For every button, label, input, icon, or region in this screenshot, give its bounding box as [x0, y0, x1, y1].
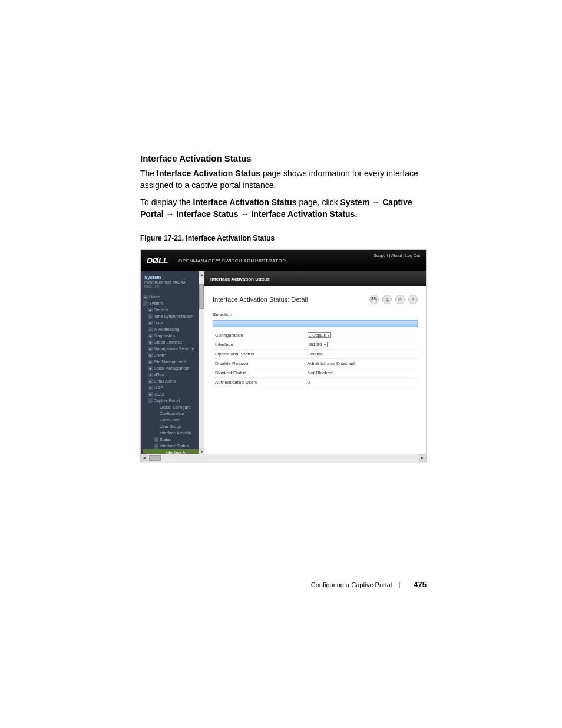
nav-label: System: [149, 301, 163, 305]
blank-icon: [154, 431, 158, 436]
header-links[interactable]: Support | About | Log Out: [373, 253, 420, 258]
nav-item[interactable]: +Stack Management: [143, 365, 204, 371]
scroll-up-icon[interactable]: ▴: [199, 271, 204, 277]
logo: DØLL: [147, 256, 168, 265]
footer-sep: |: [398, 581, 400, 588]
field-value: Disable: [305, 350, 418, 359]
refresh-icon[interactable]: ⟳: [395, 295, 405, 304]
nav-item[interactable]: +IP Addressing: [143, 326, 204, 332]
nav-item[interactable]: Interface Associa: [143, 430, 204, 436]
chevron-down-icon: ▾: [324, 342, 326, 347]
nav-item[interactable]: +File Management: [143, 358, 204, 365]
nav-item[interactable]: +General: [143, 307, 204, 313]
expand-icon[interactable]: +: [148, 321, 153, 325]
collapse-icon[interactable]: −: [143, 295, 148, 299]
scroll-down-icon[interactable]: ▾: [199, 448, 204, 454]
nav-label: Diagnostics: [154, 334, 175, 338]
blank-icon: [154, 405, 158, 410]
nav-item[interactable]: +Logs: [143, 319, 204, 326]
nav-item[interactable]: −Captive Portal: [143, 397, 204, 404]
expand-icon[interactable]: +: [148, 373, 153, 377]
nav-item[interactable]: Interface A: [143, 449, 204, 454]
page-number: 475: [414, 580, 427, 589]
field-value: 1-Default▾: [305, 331, 418, 340]
nav-item[interactable]: +sFlow: [143, 371, 204, 378]
nav-label: Stack Management: [154, 366, 189, 370]
expand-icon[interactable]: +: [148, 392, 153, 397]
nav-item[interactable]: Global Configura: [143, 404, 204, 410]
expand-icon[interactable]: +: [148, 314, 153, 319]
app-title: OPENMANAGE™ SWITCH ADMINISTRATOR: [178, 258, 286, 263]
nav-label: General: [154, 308, 168, 312]
nav-item[interactable]: +Time Synchronization: [143, 313, 204, 319]
field-label: Blocked Status: [213, 368, 305, 378]
expand-icon[interactable]: +: [148, 334, 153, 338]
scrollbar-vertical[interactable]: ▴ ▾: [199, 271, 204, 454]
sidebar-header: System PowerConnect M6348 root, r/w: [141, 271, 204, 291]
titlebar: DØLL OPENMANAGE™ SWITCH ADMINISTRATOR Su…: [141, 250, 426, 271]
screenshot: DØLL OPENMANAGE™ SWITCH ADMINISTRATOR Su…: [140, 249, 427, 462]
nav-item[interactable]: +Email Alerts: [143, 378, 204, 384]
expand-icon[interactable]: +: [148, 366, 153, 371]
nav-item[interactable]: Configuration: [143, 410, 204, 417]
nav-item[interactable]: +Management Security: [143, 345, 204, 352]
nav-item[interactable]: +iSCSI: [143, 391, 204, 397]
nav-label: Interface Associa: [160, 431, 191, 435]
nav-item[interactable]: +ISDP: [143, 384, 204, 391]
expand-icon[interactable]: +: [148, 360, 153, 364]
scroll-thumb[interactable]: [199, 284, 204, 309]
panel-title-row: Interface Activation Status: Detail 💾 ⎙ …: [213, 295, 418, 304]
nav-item[interactable]: +Green Ethernet: [143, 339, 204, 345]
selection-label: Selection: [213, 310, 418, 319]
scroll-thumb-h[interactable]: [149, 455, 161, 461]
blank-icon: [154, 418, 158, 423]
nav-label: Interface Status: [160, 444, 189, 448]
field-value: 0: [305, 378, 418, 387]
nav-item[interactable]: User Group: [143, 423, 204, 430]
detail-table: Configuration1-Default▾InterfaceGi1/0/1▾…: [213, 331, 418, 387]
expand-icon[interactable]: +: [148, 379, 153, 384]
nav-label: Green Ethernet: [154, 340, 182, 344]
expand-icon[interactable]: +: [148, 347, 153, 351]
arrow: →: [164, 209, 177, 219]
collapse-icon[interactable]: −: [154, 444, 158, 449]
nav-item[interactable]: −Interface Status: [143, 443, 204, 449]
expand-icon[interactable]: +: [148, 353, 153, 358]
text: To display the: [140, 197, 193, 207]
table-row: Blocked StatusNot Blocked: [213, 368, 418, 378]
expand-icon[interactable]: +: [148, 308, 153, 312]
dropdown[interactable]: 1-Default▾: [308, 332, 331, 338]
collapse-icon[interactable]: −: [148, 398, 153, 403]
nav-item[interactable]: +SNMP: [143, 352, 204, 358]
breadcrumb: Interface Activation Status: [204, 271, 426, 286]
nav-label: File Management: [154, 360, 186, 364]
field-label: Operational Status: [213, 350, 305, 359]
expand-icon[interactable]: +: [154, 437, 158, 442]
help-icon[interactable]: ?: [408, 295, 418, 304]
expand-icon[interactable]: +: [148, 327, 153, 332]
dropdown[interactable]: Gi1/0/1▾: [308, 342, 328, 347]
scrollbar-horizontal[interactable]: ◂ ▸: [141, 454, 426, 462]
save-icon[interactable]: 💾: [369, 295, 379, 304]
nav-item[interactable]: +Diagnostics: [143, 332, 204, 339]
section-heading: Interface Activation Status: [140, 153, 427, 163]
nav-item[interactable]: +Status: [143, 436, 204, 443]
scroll-right-icon[interactable]: ▸: [419, 454, 426, 462]
nav-label: Configuration: [160, 411, 184, 416]
panel-title: Interface Activation Status: Detail: [213, 296, 308, 303]
nav-label: IP Addressing: [154, 327, 179, 331]
expand-icon[interactable]: +: [148, 340, 153, 345]
print-icon[interactable]: ⎙: [382, 295, 392, 304]
expand-icon[interactable]: +: [148, 386, 153, 390]
nav-label: Global Configura: [160, 405, 191, 409]
nav-item[interactable]: −System: [143, 300, 204, 307]
text-bold: Interface Activation Status.: [251, 209, 357, 219]
nav-label: SNMP: [154, 353, 166, 357]
arrow: →: [369, 197, 382, 207]
nav-label: Email Alerts: [154, 379, 176, 383]
nav-item[interactable]: Local User: [143, 417, 204, 423]
scroll-left-icon[interactable]: ◂: [141, 454, 148, 462]
text: page, click: [297, 197, 340, 207]
nav-item[interactable]: −Home: [143, 294, 204, 300]
collapse-icon[interactable]: −: [143, 301, 148, 306]
